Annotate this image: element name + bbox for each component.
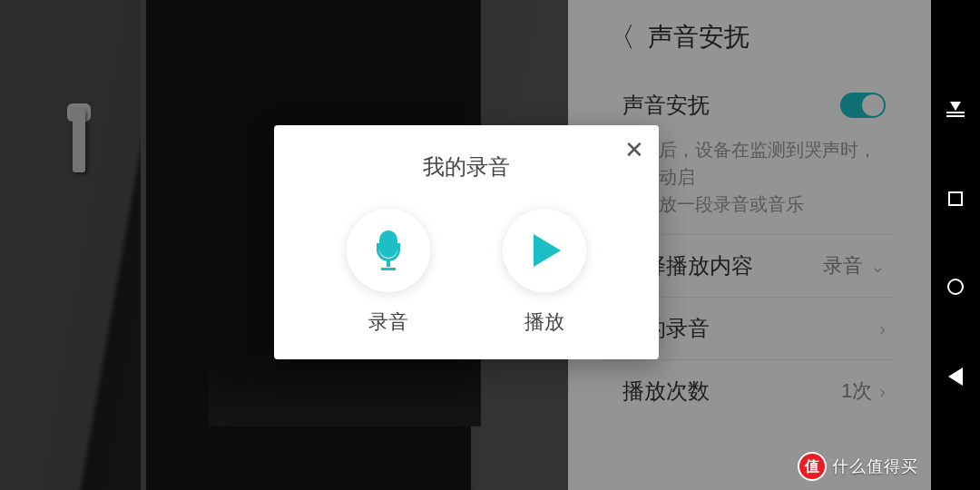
close-icon[interactable]: ✕: [624, 138, 644, 162]
option-record[interactable]: 录音: [347, 209, 430, 336]
nav-download-icon[interactable]: [946, 104, 965, 119]
android-navbar: [931, 0, 980, 490]
nav-recents-icon[interactable]: [948, 191, 963, 206]
watermark-badge: 值: [798, 452, 827, 481]
nav-home-icon[interactable]: [947, 279, 964, 295]
play-label: 播放: [524, 309, 564, 336]
record-button[interactable]: [347, 209, 430, 292]
modal-title: 我的录音: [274, 125, 659, 181]
recording-modal: ✕ 我的录音 录音 播放: [274, 125, 659, 359]
microphone-icon: [374, 230, 403, 270]
watermark-text: 什么值得买: [832, 456, 918, 477]
play-icon: [534, 234, 561, 267]
modal-body: 录音 播放: [274, 181, 659, 336]
screen-root: 〈 声音安抚 声音安抚 开启后，设备在监测到哭声时，会自动启 动播放一段录音或音…: [0, 0, 980, 490]
record-label: 录音: [368, 309, 408, 336]
option-play[interactable]: 播放: [503, 209, 586, 336]
nav-back-icon[interactable]: [948, 368, 963, 386]
watermark: 值 什么值得买: [798, 452, 918, 481]
play-button[interactable]: [503, 209, 586, 292]
